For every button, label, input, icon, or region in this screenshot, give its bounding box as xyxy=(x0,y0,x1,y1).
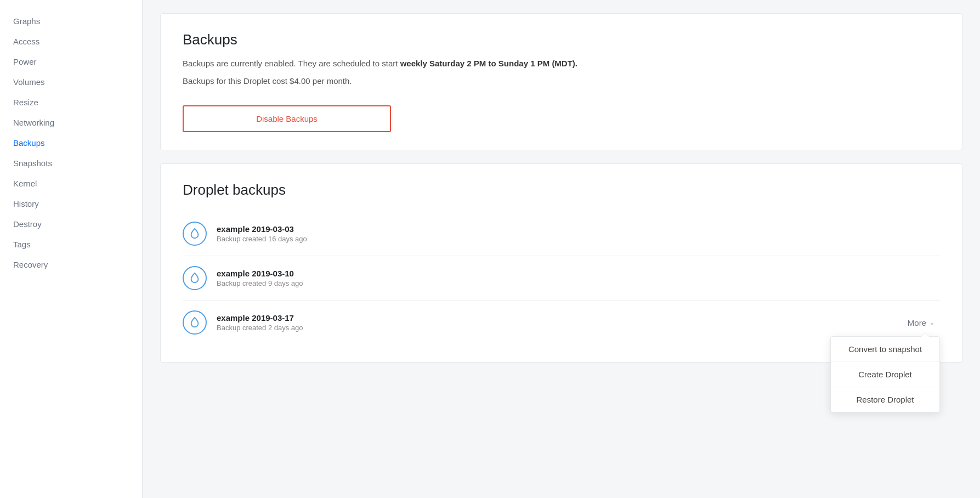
droplet-backups-card: Droplet backups example 2019-03-03Backup… xyxy=(160,163,962,363)
chevron-down-icon: ⌄ xyxy=(930,319,934,326)
backup-name: example 2019-03-10 xyxy=(217,269,940,278)
backup-list: example 2019-03-03Backup created 16 days… xyxy=(183,212,940,344)
backup-row: example 2019-03-17Backup created 2 days … xyxy=(183,301,940,344)
backup-name: example 2019-03-03 xyxy=(217,224,940,234)
dropdown-item-convert-to-snapshot[interactable]: Convert to snapshot xyxy=(831,337,939,362)
backup-info: example 2019-03-17Backup created 2 days … xyxy=(217,313,902,332)
sidebar-item-recovery[interactable]: Recovery xyxy=(0,254,142,275)
more-label: More xyxy=(908,318,926,327)
sidebar-item-history[interactable]: History xyxy=(0,194,142,214)
droplet-icon xyxy=(183,266,207,290)
backup-date: Backup created 2 days ago xyxy=(217,324,902,332)
backup-date: Backup created 9 days ago xyxy=(217,279,940,287)
sidebar-item-destroy[interactable]: Destroy xyxy=(0,214,142,234)
sidebar-item-graphs[interactable]: Graphs xyxy=(0,11,142,31)
droplet-icon xyxy=(183,310,207,335)
sidebar-item-power[interactable]: Power xyxy=(0,52,142,72)
backups-schedule: weekly Saturday 2 PM to Sunday 1 PM (MDT… xyxy=(400,59,577,68)
backup-name: example 2019-03-17 xyxy=(217,313,902,322)
sidebar-item-volumes[interactable]: Volumes xyxy=(0,72,142,92)
more-dropdown-wrapper: More⌄Convert to snapshotCreate DropletRe… xyxy=(902,315,940,331)
backups-cost: Backups for this Droplet cost $4.00 per … xyxy=(183,75,940,88)
sidebar-item-access[interactable]: Access xyxy=(0,31,142,52)
dropdown-item-restore-droplet[interactable]: Restore Droplet xyxy=(831,387,939,412)
backups-info-line1: Backups are currently enabled. They are … xyxy=(183,57,940,70)
sidebar-item-resize[interactable]: Resize xyxy=(0,92,142,112)
sidebar-item-backups[interactable]: Backups xyxy=(0,133,142,153)
main-content: Backups Backups are currently enabled. T… xyxy=(143,0,980,498)
more-button[interactable]: More⌄ xyxy=(902,315,940,331)
backups-card: Backups Backups are currently enabled. T… xyxy=(160,13,962,150)
backup-info: example 2019-03-10Backup created 9 days … xyxy=(217,269,940,287)
sidebar-item-kernel[interactable]: Kernel xyxy=(0,173,142,194)
backups-title: Backups xyxy=(183,31,940,48)
dropdown-item-create-droplet[interactable]: Create Droplet xyxy=(831,362,939,387)
backup-info: example 2019-03-03Backup created 16 days… xyxy=(217,224,940,243)
sidebar: GraphsAccessPowerVolumesResizeNetworking… xyxy=(0,0,143,498)
sidebar-item-tags[interactable]: Tags xyxy=(0,234,142,254)
droplet-backups-title: Droplet backups xyxy=(183,182,940,199)
backups-info-prefix: Backups are currently enabled. They are … xyxy=(183,59,400,68)
sidebar-item-networking[interactable]: Networking xyxy=(0,112,142,133)
more-dropdown-menu: Convert to snapshotCreate DropletRestore… xyxy=(830,336,940,412)
droplet-icon xyxy=(183,222,207,246)
disable-backups-button[interactable]: Disable Backups xyxy=(183,105,391,132)
sidebar-item-snapshots[interactable]: Snapshots xyxy=(0,153,142,173)
backup-row: example 2019-03-03Backup created 16 days… xyxy=(183,212,940,256)
backup-row: example 2019-03-10Backup created 9 days … xyxy=(183,256,940,301)
backup-date: Backup created 16 days ago xyxy=(217,235,940,243)
